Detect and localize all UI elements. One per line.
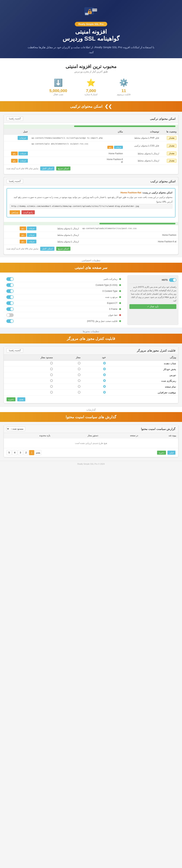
feature-disable[interactable] [4, 390, 55, 396]
page-next-btn[interactable]: بعدی [35, 450, 41, 455]
feature-disable[interactable] [4, 361, 55, 366]
stat-number-features: 11 [111, 88, 136, 93]
confirm-active-btn[interactable]: تأیید فعال ✓ [129, 304, 176, 309]
scan-guide-btn-2[interactable]: گنجینه راهنما [6, 179, 23, 183]
toggle-4[interactable] [6, 295, 13, 299]
feature-disable[interactable] [4, 378, 55, 384]
feature-allow[interactable] [55, 366, 83, 372]
table-row: Home Fashion ارسال با محتوای مختلط جزئیا… [4, 232, 178, 238]
toggle-6[interactable] [6, 307, 13, 311]
page-btn-4[interactable]: 4 [12, 450, 17, 455]
quick-scan-btn-2[interactable]: اسکن سریع [56, 247, 70, 251]
security-row-3: X Content Type [4, 288, 124, 294]
radio-self-2[interactable] [103, 368, 106, 370]
toggle-2[interactable] [6, 283, 13, 287]
radio-allow-5[interactable] [78, 385, 81, 388]
radio-allow-6[interactable] [78, 391, 81, 394]
toggle-7[interactable] [6, 313, 13, 317]
toggle-8[interactable] [6, 319, 13, 323]
feature-allow[interactable] [55, 378, 83, 384]
page-btn-5[interactable]: 5 [6, 450, 12, 455]
feature-disable[interactable] [4, 372, 55, 378]
radio-self-3[interactable] [103, 373, 106, 376]
detail-btn-modal-1[interactable]: جزئیات [27, 226, 36, 230]
col-feature: ویژگی [108, 354, 178, 361]
page-btn-3[interactable]: 3 [18, 450, 23, 455]
radio-self-1[interactable] [103, 362, 106, 364]
setting-label-6: X Frame [16, 308, 117, 310]
row-desc: فایل PHP با محتوای مختلط [125, 135, 161, 142]
hero-title-line2: گواهینامه SSL وردپرس [63, 35, 119, 42]
detail-btn-modal-3[interactable]: جزئیات [27, 240, 36, 243]
detail-btn-modal-2[interactable]: جزئیات [27, 233, 36, 237]
feature-allow[interactable] [55, 390, 83, 396]
toggle-1[interactable] [6, 277, 13, 281]
hsts-toggle[interactable] [169, 278, 176, 282]
url-notice-2: نمایش تمام URL های لادینه گرفته شده [6, 248, 38, 250]
row-action2: جزئیات رفع [4, 225, 38, 232]
radio-allow-1[interactable] [78, 362, 81, 364]
browser-guide-btn[interactable]: گنجینه راهنما [6, 348, 23, 352]
fix-btn-2[interactable]: رفع [108, 146, 113, 149]
feature-self[interactable] [83, 372, 108, 378]
feature-self[interactable] [83, 390, 108, 396]
fix-auto-btn[interactable]: رادیو کردن [22, 210, 35, 214]
radio-disable-4[interactable] [50, 379, 53, 382]
csp-filter-select[interactable]: مسدود شده ↓ [6, 427, 25, 431]
modal-actions: رادیو کردن ویرایش [10, 210, 172, 214]
table-row: هشدار فایل PHP با محتوای مختلط wp-conten… [4, 135, 178, 142]
radio-disable-5[interactable] [50, 385, 53, 388]
page-btn-1[interactable]: 1 [29, 450, 34, 455]
security-section-label: تنظیمات اختصاصی [0, 257, 182, 263]
security-row-6: X Frame [4, 306, 124, 312]
quick-scan-btn-1[interactable]: اسکن سریع [56, 166, 70, 170]
toggle-5[interactable] [6, 301, 13, 305]
full-scan-btn-1[interactable]: اسکن کامل [40, 166, 54, 170]
radio-allow-3[interactable] [78, 373, 81, 376]
setting-label-5: Expect-CT [16, 302, 117, 304]
feature-self[interactable] [83, 366, 108, 372]
feature-disable[interactable] [4, 366, 55, 372]
feature-disable[interactable] [4, 384, 55, 390]
detail-btn-2[interactable]: جزئیات [114, 146, 123, 149]
fix-btn-modal-3[interactable]: رفع [20, 240, 26, 243]
toggle-3[interactable] [6, 289, 13, 293]
radio-disable-3[interactable] [50, 373, 53, 376]
browser-prev-btn[interactable]: بعدی [17, 397, 25, 401]
radio-allow-4[interactable] [78, 379, 81, 382]
detail-btn-4[interactable]: جزئیات [19, 159, 28, 163]
radio-disable-6[interactable] [50, 391, 53, 394]
download-icon: ⬇️ [46, 79, 71, 87]
radio-self-5[interactable] [103, 385, 106, 388]
fix-btn-modal-2[interactable]: رفع [20, 233, 26, 237]
csp-save-btn[interactable]: ذخیره [157, 451, 166, 455]
feature-self[interactable] [83, 384, 108, 390]
feature-allow[interactable] [55, 384, 83, 390]
edit-btn[interactable]: ویرایش [10, 210, 20, 214]
fix-btn-4[interactable]: رفع [11, 159, 18, 163]
security-row-5: Expect-CT [4, 300, 124, 306]
svg-rect-3 [90, 12, 90, 13]
fix-btn-3[interactable]: رفع [11, 152, 18, 155]
security-main-layout: HSTS راهنمای خود برای امن بعدی پس (کاری … [4, 275, 178, 325]
lock-icon [84, 5, 98, 20]
page-btn-2[interactable]: 2 [24, 450, 29, 455]
radio-self-4[interactable] [103, 379, 106, 382]
feature-allow[interactable] [55, 361, 83, 366]
fix-btn-modal-1[interactable]: رفع [20, 226, 26, 230]
scan-actions-1: اسکن سریع اسکن کامل نمایش تمام URL های ل… [4, 164, 178, 172]
radio-self-6[interactable] [103, 391, 106, 394]
radio-disable-1[interactable] [50, 362, 53, 364]
feature-self[interactable] [83, 361, 108, 366]
hero-description: با استفاده از امکانات افزونه Really Simp… [27, 45, 155, 55]
full-scan-btn-2[interactable]: اسکن کامل [40, 247, 54, 251]
feature-allow[interactable] [55, 372, 83, 378]
browser-save-btn[interactable]: ذخیره [6, 397, 16, 401]
scan-guide-btn-1[interactable]: گنجینه راهنما [6, 117, 23, 121]
radio-allow-2[interactable] [78, 368, 81, 370]
detail-btn-1[interactable]: جزئیات [18, 136, 28, 140]
csp-prev-btn[interactable]: قبلی [168, 451, 176, 455]
radio-disable-2[interactable] [50, 368, 53, 370]
detail-btn-3[interactable]: جزئیات [19, 152, 28, 155]
feature-self[interactable] [83, 378, 108, 384]
